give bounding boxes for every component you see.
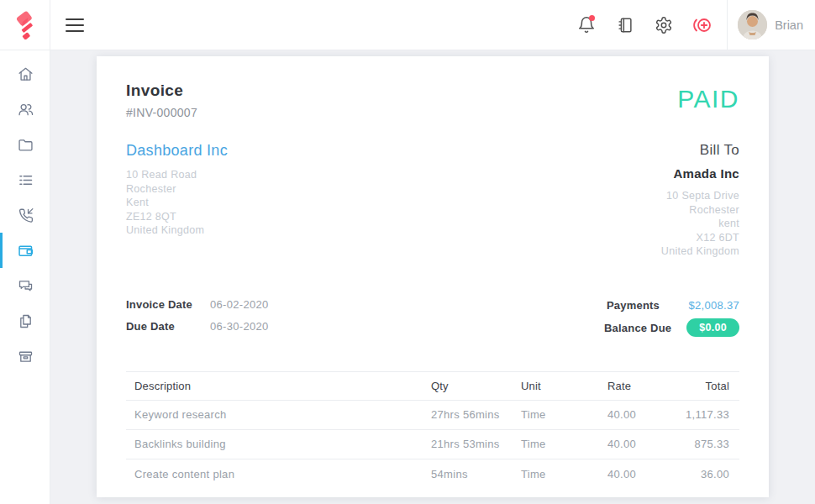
status-paid: PAID (677, 87, 739, 112)
payments-block: Payments $2,008.37 Balance Due $0.00 (604, 294, 739, 339)
dates-block: Invoice Date 06-02-2020 Due Date 06-30-2… (126, 294, 269, 339)
sidebar-item-invoices[interactable] (0, 233, 50, 268)
sidebar-item-tasks[interactable] (0, 162, 50, 197)
sidebar-item-documents[interactable] (0, 303, 50, 339)
user-name: Brian (775, 18, 803, 32)
sidebar-item-home[interactable] (0, 56, 50, 92)
bill-to-block: Bill To Amada Inc 10 Septa Drive Rochest… (661, 142, 739, 259)
col-qty: Qty (431, 380, 521, 392)
user-menu[interactable]: Brian (727, 0, 815, 50)
balance-due-label: Balance Due (604, 322, 671, 334)
main-content: Invoice #INV-000007 PAID Dashboard Inc 1… (50, 50, 815, 504)
sender-block: Dashboard Inc 10 Read Road Rochester Ken… (126, 142, 228, 259)
col-rate: Rate (607, 380, 675, 392)
sender-address: 10 Read Road Rochester Kent ZE12 8QT Uni… (126, 168, 228, 238)
settings-gear-icon[interactable] (651, 13, 676, 38)
table-row: Create content plan 54mins Time 40.00 36… (126, 459, 739, 489)
bill-to-label: Bill To (661, 142, 739, 159)
sender-company-link[interactable]: Dashboard Inc (126, 142, 228, 160)
top-bar: Brian (0, 0, 815, 50)
due-date-label: Due Date (126, 320, 210, 333)
list-icon (17, 171, 34, 189)
app-logo[interactable] (0, 0, 50, 50)
sidebar-item-calls[interactable] (0, 197, 50, 233)
chat-bubbles-icon (17, 277, 34, 295)
invoice-date-label: Invoice Date (126, 298, 210, 311)
table-row: Keyword research 27hrs 56mins Time 40.00… (126, 401, 739, 430)
invoice-number: #INV-000007 (126, 106, 197, 119)
col-unit: Unit (521, 380, 607, 392)
col-description: Description (126, 380, 431, 392)
menu-toggle-button[interactable] (58, 8, 92, 42)
brand-logo-icon (11, 11, 39, 39)
payments-value[interactable]: $2,008.37 (660, 299, 739, 312)
quick-add-icon[interactable] (690, 13, 715, 38)
recipient-address: 10 Septa Drive Rochester kent X12 6DT Un… (661, 189, 739, 259)
sidebar-item-contacts[interactable] (0, 92, 50, 127)
invoice-date-value: 06-02-2020 (210, 298, 269, 311)
contacts-book-icon[interactable] (613, 13, 638, 38)
documents-icon (17, 312, 34, 330)
notification-dot (589, 15, 595, 21)
phone-incoming-icon (17, 207, 34, 224)
invoice-card: Invoice #INV-000007 PAID Dashboard Inc 1… (97, 56, 769, 497)
table-row: Backlinks building 21hrs 53mins Time 40.… (126, 430, 739, 459)
balance-due-badge: $0.00 (686, 318, 739, 337)
wallet-icon (17, 242, 34, 260)
notifications-bell-icon[interactable] (574, 13, 599, 38)
due-date-value: 06-30-2020 (210, 320, 269, 333)
archive-box-icon (17, 348, 34, 365)
folder-icon (17, 136, 34, 154)
sidebar (0, 50, 50, 504)
invoice-title: Invoice (126, 81, 197, 100)
sidebar-item-archive[interactable] (0, 339, 50, 374)
users-icon (17, 101, 34, 118)
table-header-row: Description Qty Unit Rate Total (126, 371, 739, 401)
payments-label: Payments (607, 299, 660, 312)
avatar (738, 10, 767, 39)
sidebar-item-projects[interactable] (0, 127, 50, 162)
recipient-company: Amada Inc (661, 166, 739, 181)
col-total: Total (675, 380, 739, 392)
home-icon (17, 66, 34, 83)
sidebar-item-chat[interactable] (0, 268, 50, 303)
line-items-table: Description Qty Unit Rate Total Keyword … (126, 371, 739, 489)
